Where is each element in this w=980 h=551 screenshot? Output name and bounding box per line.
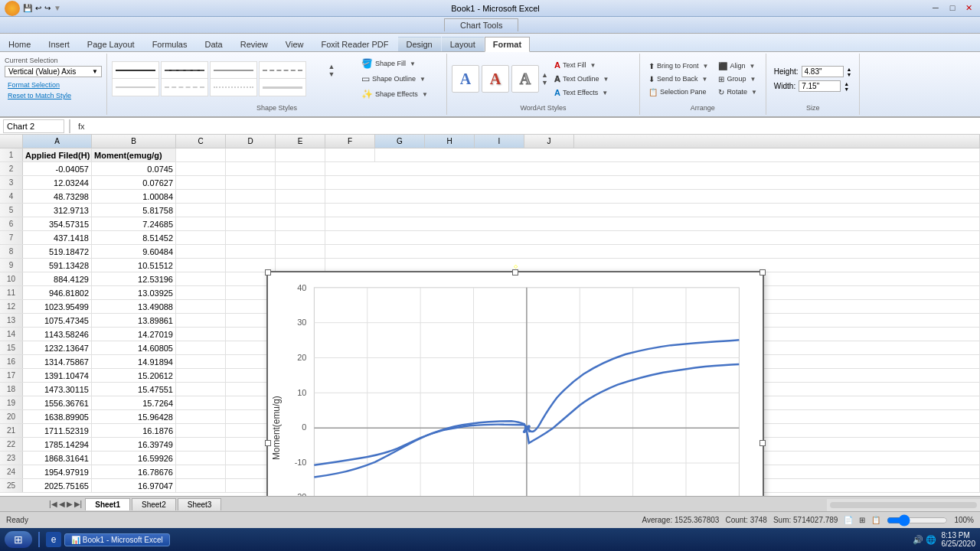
- cell-c[interactable]: [176, 424, 226, 437]
- cell-c[interactable]: [176, 245, 226, 258]
- cell-a[interactable]: 884.4129: [23, 272, 92, 285]
- cell-b[interactable]: 13.49088: [92, 300, 176, 313]
- h-scrollbar[interactable]: [827, 499, 980, 511]
- cell-b[interactable]: 16.97047: [92, 479, 176, 492]
- cell-b[interactable]: 16.59926: [92, 452, 176, 465]
- cell-c[interactable]: [176, 410, 226, 423]
- selection-pane-btn[interactable]: 📋 Selection Pane: [645, 86, 712, 98]
- wordart-expand[interactable]: ▲▼: [541, 71, 548, 86]
- cell-d[interactable]: [226, 245, 276, 258]
- cell-a[interactable]: 437.1418: [23, 231, 92, 244]
- col-header-i[interactable]: I: [475, 135, 524, 148]
- cell-c[interactable]: [176, 369, 226, 382]
- cell-e[interactable]: [276, 190, 325, 203]
- tab-data[interactable]: Data: [196, 37, 230, 51]
- cell-e[interactable]: [276, 204, 325, 217]
- quick-save-btn[interactable]: 💾: [23, 4, 32, 12]
- redo-btn[interactable]: ↪: [44, 4, 51, 12]
- formula-input[interactable]: [91, 122, 977, 131]
- cell-b[interactable]: 8.51452: [92, 231, 176, 244]
- cell-a[interactable]: 354.57315: [23, 217, 92, 230]
- cell-d[interactable]: [226, 204, 276, 217]
- axis-dropdown[interactable]: Vertical (Value) Axis ▼: [5, 66, 102, 77]
- sheet-tab-1[interactable]: Sheet1: [85, 498, 130, 510]
- cell-c[interactable]: [176, 286, 226, 299]
- shape-line-4[interactable]: [259, 61, 306, 80]
- cell-e[interactable]: [276, 245, 325, 258]
- cell-a[interactable]: 1143.58246: [23, 328, 92, 341]
- cell-c[interactable]: [176, 383, 226, 396]
- cell-b[interactable]: 16.1876: [92, 424, 176, 437]
- handle-tr[interactable]: [760, 269, 766, 276]
- cell-1a[interactable]: Applied Filed(H): [23, 148, 92, 161]
- col-header-f[interactable]: F: [325, 135, 375, 148]
- cell-a[interactable]: 1638.89905: [23, 410, 92, 423]
- cell-c[interactable]: [176, 190, 226, 203]
- cell-b[interactable]: 15.20612: [92, 369, 176, 382]
- reset-to-match-btn[interactable]: Reset to Match Style: [5, 90, 102, 101]
- sheet-tab-3[interactable]: Sheet3: [178, 498, 222, 510]
- cell-a[interactable]: 1711.52319: [23, 424, 92, 437]
- shape-line-5[interactable]: [112, 78, 159, 96]
- start-button[interactable]: ⊞: [5, 531, 32, 548]
- col-header-h[interactable]: H: [425, 135, 475, 148]
- width-spinner[interactable]: ▲▼: [844, 81, 849, 92]
- format-selection-btn[interactable]: Format Selection: [5, 80, 102, 90]
- shape-line-1[interactable]: [112, 61, 159, 80]
- rotate-btn[interactable]: ↻ Rotate ▼: [714, 86, 760, 98]
- group-btn[interactable]: ⊞ Group ▼: [714, 73, 760, 85]
- shape-fill-btn[interactable]: 🪣 Shape Fill ▼: [358, 57, 442, 70]
- cell-a[interactable]: 1785.14294: [23, 438, 92, 451]
- cell-a[interactable]: 1075.47345: [23, 314, 92, 327]
- tab-review[interactable]: Review: [232, 37, 276, 51]
- send-back-btn[interactable]: ⬇ Send to Back ▼: [645, 73, 712, 85]
- cell-d[interactable]: [226, 190, 276, 203]
- cell-b[interactable]: 7.24685: [92, 217, 176, 230]
- cell-b[interactable]: 0.07627: [92, 176, 176, 189]
- tab-layout[interactable]: Layout: [442, 37, 484, 51]
- cell-b[interactable]: 12.53196: [92, 272, 176, 285]
- cell-a[interactable]: 946.81802: [23, 286, 92, 299]
- cell-e[interactable]: [276, 231, 325, 244]
- cell-b[interactable]: 1.00084: [92, 190, 176, 203]
- cell-1b[interactable]: Moment(emug/g): [92, 148, 176, 161]
- cell-d[interactable]: [226, 176, 276, 189]
- shape-line-3[interactable]: [210, 61, 257, 80]
- tab-last-btn[interactable]: ▶|: [74, 500, 83, 508]
- cell-1c[interactable]: [176, 148, 226, 161]
- wordart-a3[interactable]: A: [511, 65, 539, 93]
- view-normal-btn[interactable]: 📄: [844, 516, 853, 524]
- cell-c[interactable]: [176, 176, 226, 189]
- close-btn[interactable]: ✕: [963, 3, 975, 13]
- cell-c[interactable]: [176, 328, 226, 341]
- col-header-j[interactable]: J: [524, 135, 574, 148]
- minimize-btn[interactable]: ─: [929, 3, 942, 13]
- cell-c[interactable]: [176, 438, 226, 451]
- shape-line-8[interactable]: [259, 78, 306, 96]
- cell-a[interactable]: 1954.97919: [23, 465, 92, 478]
- cell-a[interactable]: 48.73298: [23, 190, 92, 203]
- cell-a[interactable]: 1473.30115: [23, 383, 92, 396]
- shape-outline-btn[interactable]: ▭ Shape Outline ▼: [358, 72, 442, 86]
- cell-a[interactable]: 1391.10474: [23, 369, 92, 382]
- cell-b[interactable]: 15.47551: [92, 383, 176, 396]
- height-spinner[interactable]: ▲▼: [847, 67, 852, 77]
- tab-format[interactable]: Format: [485, 37, 530, 52]
- cell-c[interactable]: [176, 162, 226, 175]
- shape-line-6[interactable]: [161, 78, 208, 96]
- col-header-g[interactable]: G: [375, 135, 425, 148]
- col-header-c[interactable]: C: [176, 135, 226, 148]
- tab-home[interactable]: Home: [0, 37, 39, 51]
- cell-c[interactable]: [176, 204, 226, 217]
- height-input[interactable]: [802, 66, 844, 77]
- col-header-e[interactable]: E: [276, 135, 325, 148]
- text-effects-btn[interactable]: A Text Effects ▼: [550, 86, 635, 99]
- handle-tl[interactable]: [265, 269, 271, 276]
- sheet-tab-2[interactable]: Sheet2: [132, 498, 176, 510]
- zoom-slider[interactable]: [887, 514, 948, 527]
- cell-c[interactable]: [176, 479, 226, 492]
- cell-b[interactable]: 14.60805: [92, 341, 176, 354]
- cell-a[interactable]: 2025.75165: [23, 479, 92, 492]
- cell-c[interactable]: [176, 272, 226, 285]
- cell-a[interactable]: 1314.75867: [23, 355, 92, 368]
